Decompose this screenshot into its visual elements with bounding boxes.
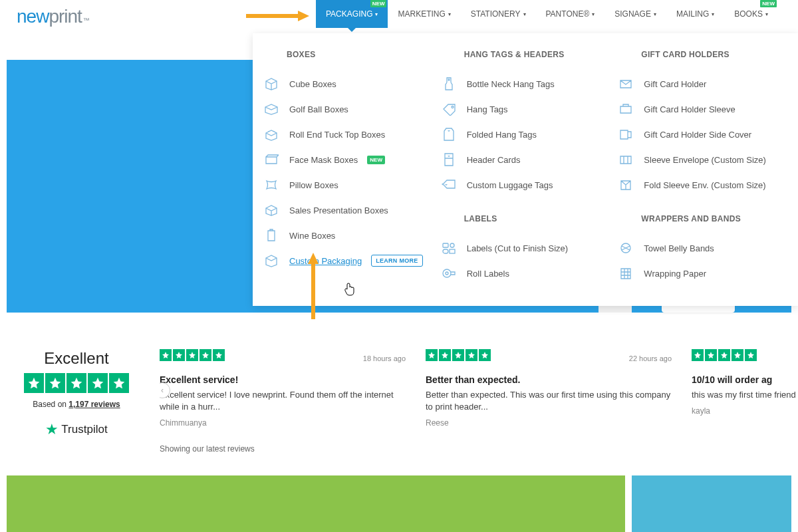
learn-more-badge[interactable]: LEARN MORE [371, 255, 423, 267]
menu-label: Wine Boxes [289, 231, 335, 241]
menu-gift-card-holder[interactable]: Gift Card Holder [617, 71, 788, 96]
review-card[interactable]: 22 hours ago Better than expected. Bette… [426, 349, 672, 454]
review-card[interactable]: 18 hours ago Excellent service! Excellen… [160, 349, 406, 454]
chevron-down-icon: ▾ [523, 11, 526, 17]
band-icon [617, 241, 634, 255]
review-title: Excellent service! [160, 374, 406, 385]
svg-point-4 [443, 269, 451, 277]
box-icon [263, 127, 280, 142]
svg-rect-3 [450, 249, 455, 253]
menu-folded-hang-tags[interactable]: Folded Hang Tags [440, 122, 611, 147]
menu-label: Sales Presentation Boxes [289, 205, 388, 215]
menu-golf-ball-boxes[interactable]: Golf Ball Boxes [263, 96, 434, 122]
review-count[interactable]: 1,197 reviews [68, 400, 120, 409]
menu-label: Roll Labels [467, 269, 509, 279]
nav-mailing[interactable]: MAILING▾ [666, 0, 724, 28]
folded-tag-icon [440, 127, 458, 142]
menu-wrapping-paper[interactable]: Wrapping Paper [617, 261, 788, 286]
menu-header-cards[interactable]: Header Cards [440, 147, 611, 172]
menu-label: Face Mask Boxes [289, 155, 358, 165]
review-card[interactable]: 10/10 will order ag this was my first ti… [692, 349, 798, 454]
menu-label: Cube Boxes [289, 79, 336, 89]
menu-pillow-boxes[interactable]: Pillow Boxes [263, 172, 434, 198]
menu-gift-card-sleeve[interactable]: Gift Card Holder Sleeve [617, 96, 788, 122]
menu-bottle-neck-tags[interactable]: Bottle Neck Hang Tags [440, 71, 611, 96]
menu-sales-presentation[interactable]: Sales Presentation Boxes [263, 198, 434, 223]
svg-rect-2 [443, 249, 448, 253]
menu-label: Header Cards [467, 155, 521, 165]
nav-label: BOOKS [734, 9, 763, 19]
review-author: Reese [426, 418, 672, 428]
nav-label: MAILING [676, 9, 709, 19]
review-author: Chimmuanya [160, 418, 406, 428]
mega-heading: LABELS [440, 214, 611, 223]
tag-icon [440, 76, 458, 91]
menu-sleeve-envelope[interactable]: Sleeve Envelope (Custom Size) [617, 147, 788, 172]
nav-marketing[interactable]: MARKETING▾ [388, 0, 460, 28]
menu-roll-end-tuck[interactable]: Roll End Tuck Top Boxes [263, 122, 434, 147]
nav-label: SIGNAGE [614, 9, 651, 19]
annotation-arrow-vertical [309, 253, 317, 319]
new-badge: NEW [760, 0, 777, 7]
menu-luggage-tags[interactable]: Custom Luggage Tags [440, 172, 611, 198]
menu-label: Custom Packaging [289, 256, 362, 266]
promo-block-green[interactable] [7, 475, 625, 532]
menu-roll-labels[interactable]: Roll Labels [440, 261, 611, 286]
nav-signage[interactable]: SIGNAGE▾ [604, 0, 666, 28]
menu-label: Gift Card Holder Side Cover [644, 130, 751, 140]
nav-pantone[interactable]: PANTONE®▾ [536, 0, 605, 28]
menu-hang-tags[interactable]: Hang Tags [440, 96, 611, 122]
pillow-box-icon [263, 178, 280, 192]
menu-label: Hang Tags [467, 104, 508, 114]
review-author: kayla [692, 406, 798, 416]
luggage-tag-icon [440, 178, 458, 192]
nav-label: MARKETING [398, 9, 445, 19]
menu-label: Sleeve Envelope (Custom Size) [644, 155, 766, 165]
promo-block-blue[interactable] [632, 475, 791, 532]
menu-labels-cut[interactable]: Labels (Cut to Finish Size) [440, 235, 611, 261]
packaging-megamenu: BOXES Cube Boxes Golf Ball Boxes Roll En… [253, 33, 798, 306]
box-icon [263, 152, 280, 167]
review-time: 22 hours ago [629, 354, 672, 362]
review-body: Better than expected. This was our first… [426, 389, 672, 413]
nav-books[interactable]: NEW BOOKS▾ [724, 0, 778, 28]
svg-rect-0 [443, 243, 448, 247]
new-badge: NEW [370, 0, 387, 7]
nav-label: STATIONERY [471, 9, 521, 19]
menu-label: Towel Belly Bands [644, 243, 714, 253]
chevron-down-icon: ▾ [592, 11, 595, 17]
box-icon [263, 253, 280, 268]
wine-box-icon [263, 228, 280, 243]
mega-col-boxes: BOXES Cube Boxes Golf Ball Boxes Roll En… [263, 50, 434, 286]
star-icon: ★ [45, 421, 59, 438]
main-nav: NEW PACKAGING ▾ MARKETING▾ STATIONERY▾ P… [316, 0, 778, 28]
chevron-down-icon: ▾ [654, 11, 656, 17]
menu-wine-boxes[interactable]: Wine Boxes [263, 223, 434, 248]
logo-tm: ™ [83, 17, 89, 24]
mega-col-hangtags: HANG TAGS & HEADERS Bottle Neck Hang Tag… [440, 50, 611, 286]
nav-packaging[interactable]: NEW PACKAGING ▾ [316, 0, 388, 28]
menu-custom-packaging[interactable]: Custom Packaging LEARN MORE [263, 248, 434, 273]
menu-label: Roll End Tuck Top Boxes [289, 130, 385, 140]
chevron-down-icon: ▾ [448, 11, 451, 17]
menu-cube-boxes[interactable]: Cube Boxes [263, 71, 434, 96]
trustpilot-logo[interactable]: ★Trustpilot [13, 421, 140, 438]
nav-label: PACKAGING [326, 9, 372, 19]
review-body: Excellent service! I love newprint. Foun… [160, 389, 406, 413]
annotation-arrow-horizontal [246, 12, 309, 20]
nav-stationery[interactable]: STATIONERY▾ [461, 0, 536, 28]
review-stars [426, 349, 491, 361]
footer-blocks [7, 475, 791, 532]
svg-point-1 [450, 243, 454, 247]
menu-fold-sleeve-env[interactable]: Fold Sleeve Env. (Custom Size) [617, 172, 788, 198]
mega-heading: GIFT CARD HOLDERS [617, 50, 788, 59]
logo-part2: print [49, 6, 81, 27]
card-holder-icon [617, 76, 634, 91]
menu-face-mask-boxes[interactable]: Face Mask Boxes NEW [263, 147, 434, 172]
logo[interactable]: newprint™ [17, 6, 89, 27]
menu-gift-card-side[interactable]: Gift Card Holder Side Cover [617, 122, 788, 147]
menu-towel-belly-bands[interactable]: Towel Belly Bands [617, 235, 788, 261]
review-title: 10/10 will order ag [692, 374, 798, 385]
side-cover-icon [617, 127, 634, 142]
svg-point-5 [446, 272, 448, 275]
